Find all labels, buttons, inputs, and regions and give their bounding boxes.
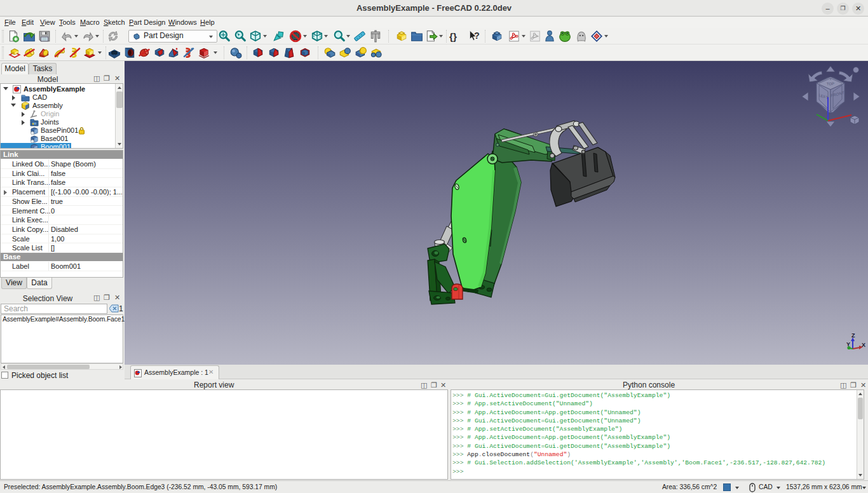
svg-text:X: X	[862, 342, 865, 348]
svg-text:TOP: TOP	[827, 82, 835, 86]
svg-text:Z: Z	[851, 332, 855, 339]
svg-text:?: ?	[474, 30, 480, 41]
svg-text:Y: Y	[846, 341, 850, 348]
svg-text:{}: {}	[449, 31, 457, 42]
